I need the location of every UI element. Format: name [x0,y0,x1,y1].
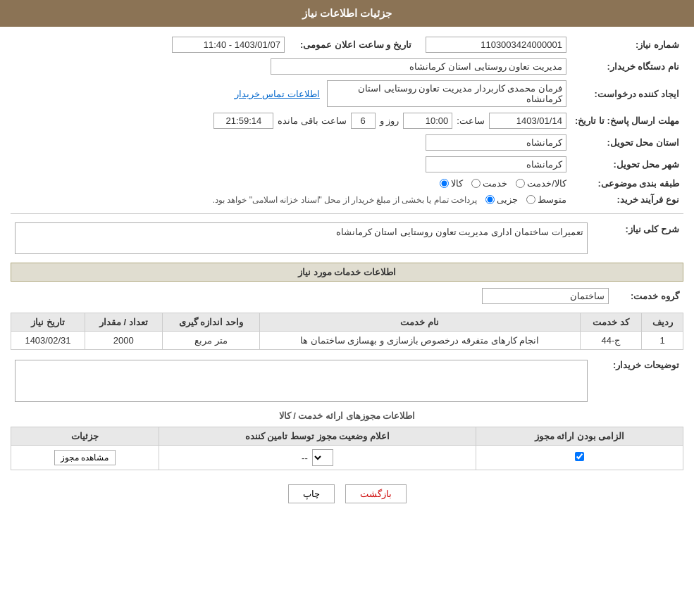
need-number-label: شماره نیاز: [571,34,683,56]
col-row: ردیف [642,313,683,332]
announce-field: 1403/01/07 - 11:40 [172,37,285,53]
process-jozi-option[interactable]: جزیی [485,194,518,205]
permit-status-cell: ∨ -- [159,446,476,470]
buyer-notes-label: توضیحات خریدار: [592,357,683,405]
description-label: شرح کلی نیاز: [592,220,683,257]
process-motavaset-label: متوسط [538,194,566,205]
process-jozi-radio[interactable] [485,195,495,204]
category-khadamat-radio[interactable] [471,179,481,188]
need-number-value: 1103003424000001 [416,34,571,56]
category-kala-option[interactable]: کالا [440,178,463,189]
category-khadamat-label: خدمت [483,178,507,189]
category-kala-radio[interactable] [440,179,449,188]
process-motavaset-radio[interactable] [526,195,535,204]
province-label: استان محل تحویل: [571,132,683,153]
col-name: نام خدمت [259,313,580,332]
category-kala-khadamat-option[interactable]: کالا/خدمت [516,178,566,189]
page-title: جزئیات اطلاعات نیاز [302,7,392,19]
deadline-days: 6 [351,113,376,129]
service-section-title: اطلاعات خدمات مورد نیاز [11,263,683,282]
province-field: کرمانشاه [426,134,566,151]
contact-link[interactable]: اطلاعات تماس خریدار [235,89,320,99]
announce-value: 1403/01/07 - 11:40 [11,34,289,56]
back-button[interactable]: بازگشت [345,484,407,503]
cell-code: ج-44 [580,332,642,350]
category-kala-label: کالا [451,178,463,189]
cell-date: 1403/02/31 [11,332,85,350]
permit-status-value: -- [302,453,308,463]
group-field: ساختمان [482,288,609,304]
permit-details-cell: مشاهده مجوز [11,446,159,470]
col-unit: واحد اندازه گیری [162,313,259,332]
category-kala-khadamat-radio[interactable] [516,179,525,188]
permit-required-checkbox[interactable] [575,452,584,461]
info-table: شماره نیاز: 1103003424000001 تاریخ و ساع… [11,34,683,208]
print-button[interactable]: چاپ [288,484,335,503]
deadline-time: 10:00 [403,113,452,129]
deadline-time-label: ساعت: [457,115,485,126]
deadline-remaining-label: ساعت باقی مانده [278,115,346,126]
cell-unit: متر مربع [162,332,259,350]
page-header: جزئیات اطلاعات نیاز [0,0,694,27]
need-number-field: 1103003424000001 [426,37,566,53]
permit-col-details: جزئیات [11,427,159,446]
process-motavaset-option[interactable]: متوسط [526,194,566,205]
buyer-notes-field [15,360,588,402]
category-label: طبقه بندی موضوعی: [571,175,683,191]
permit-section-title: اطلاعات مجوزهای ارائه خدمت / کالا [11,410,683,421]
buyer-name-field: مدیریت تعاون روستایی استان کرمانشاه [271,58,566,75]
category-kala-khadamat-label: کالا/خدمت [527,178,566,189]
city-label: شهر محل تحویل: [571,153,683,175]
description-field: تعمیرات ساختمان اداری مدیریت تعاون روستا… [15,222,588,254]
notes-table: توضیحات خریدار: [11,357,683,405]
footer-buttons: چاپ بازگشت [11,484,683,503]
permit-required-cell [476,446,683,470]
deadline-remaining: 21:59:14 [213,113,273,129]
cell-qty: 2000 [85,332,162,350]
city-field: کرمانشاه [426,156,566,172]
group-label: گروه خدمت: [613,285,683,307]
process-label: نوع فرآیند خرید: [571,191,683,208]
permit-status-select[interactable]: ∨ [312,449,333,466]
cell-row: 1 [642,332,683,350]
permit-table: الزامی بودن ارائه مجوز اعلام وضعیت مجوز … [11,427,683,470]
col-qty: تعداد / مقدار [85,313,162,332]
permit-view-button[interactable]: مشاهده مجوز [54,450,115,465]
process-jozi-label: جزیی [497,194,518,205]
group-table: گروه خدمت: ساختمان [11,285,683,307]
permit-col-required: الزامی بودن ارائه مجوز [476,427,683,446]
category-khadamat-option[interactable]: خدمت [471,178,507,189]
service-table: ردیف کد خدمت نام خدمت واحد اندازه گیری ت… [11,313,683,350]
permit-table-row: ∨ -- مشاهده مجوز [11,446,683,470]
process-note: پرداخت تمام یا بخشی از مبلغ خریدار از مح… [213,195,477,205]
cell-name: انجام کارهای متفرقه درخصوص بازسازی و بهس… [259,332,580,350]
col-date: تاریخ نیاز [11,313,85,332]
deadline-date: 1403/01/14 [489,113,566,129]
announce-label: تاریخ و ساعت اعلان عمومی: [289,34,416,56]
col-code: کد خدمت [580,313,642,332]
service-table-row: 1 ج-44 انجام کارهای متفرقه درخصوص بازساز… [11,332,683,350]
buyer-name-label: نام دستگاه خریدار: [571,56,683,77]
deadline-days-label: روز و [380,115,399,126]
deadline-label: مهلت ارسال پاسخ: تا تاریخ: [571,110,683,132]
creator-field: فرمان محمدی کاربردار مدیریت تعاون روستای… [327,80,566,107]
description-table: شرح کلی نیاز: تعمیرات ساختمان اداری مدیر… [11,220,683,257]
permit-col-status: اعلام وضعیت مجوز توسط تامین کننده [159,427,476,446]
creator-label: ایجاد کننده درخواست: [571,77,683,110]
